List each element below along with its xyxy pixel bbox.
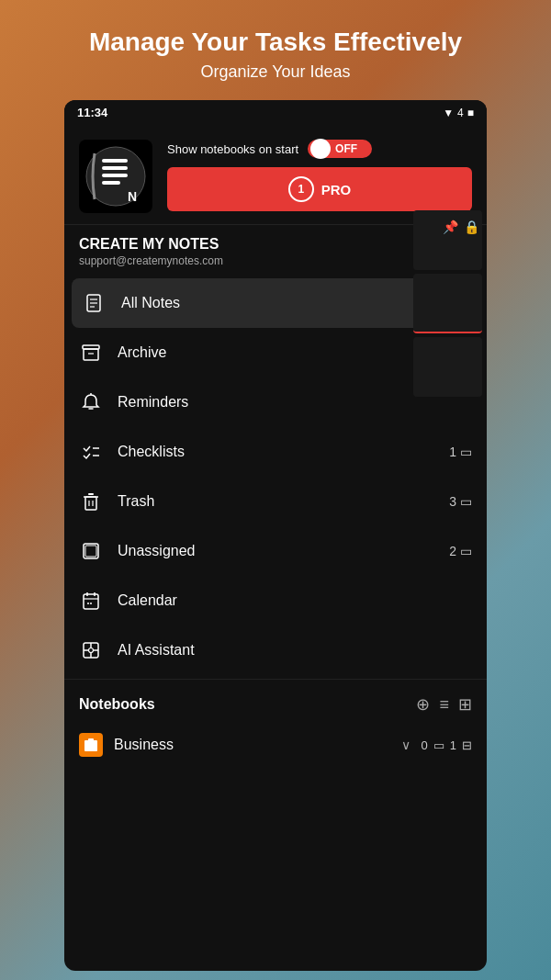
header-controls: Show notebooks on start OFF 1 PRO [167, 140, 472, 211]
lock-pin-row: 📌 🔒 [443, 220, 479, 234]
note-previews [413, 210, 487, 397]
note-preview-2 [413, 274, 482, 333]
notebooks-header: Notebooks ⊕ ≡ ⊞ [64, 683, 487, 722]
unassigned-label: Unassigned [118, 543, 434, 559]
business-chevron-icon: ∨ [401, 738, 410, 752]
svg-point-28 [87, 603, 89, 604]
svg-rect-23 [85, 546, 96, 557]
pro-label: PRO [321, 182, 352, 197]
phone-frame: 11:34 ▼ 4 ■ N Show [64, 100, 487, 971]
ai-assistant-icon [79, 638, 103, 662]
hero-title: Manage Your Tasks Effectively [89, 28, 462, 57]
nav-item-ai-assistant[interactable]: AI Assistant [64, 625, 487, 675]
checklists-label: Checklists [118, 444, 434, 460]
pro-upgrade-button[interactable]: 1 PRO [167, 167, 472, 211]
add-notebook-icon[interactable]: ⊕ [416, 694, 430, 715]
business-folder-icon: ⊟ [462, 738, 472, 752]
svg-point-29 [90, 603, 92, 604]
business-notebook-counts: 0 ▭ 1 ⊟ [422, 738, 472, 752]
svg-rect-3 [102, 174, 128, 177]
business-note-count: 0 [422, 738, 428, 752]
business-folder-count: 1 [450, 738, 456, 752]
calendar-icon [79, 589, 103, 613]
pro-badge: 1 [288, 176, 314, 202]
toggle-switch[interactable]: OFF [308, 140, 372, 158]
toggle-label: Show notebooks on start [167, 142, 298, 156]
unassigned-icon [79, 539, 103, 563]
checklists-count-icon: ▭ [460, 445, 472, 459]
nav-item-checklists[interactable]: Checklists 1 ▭ [64, 427, 487, 477]
unassigned-count: 2 ▭ [449, 544, 472, 558]
battery-icon: ■ [467, 107, 474, 119]
svg-rect-24 [84, 594, 98, 609]
checklists-count: 1 ▭ [449, 445, 472, 459]
calendar-label: Calendar [118, 592, 472, 609]
toggle-state: OFF [335, 142, 357, 155]
nav-item-calendar[interactable]: Calendar [64, 576, 487, 625]
svg-text:N: N [128, 189, 137, 204]
svg-rect-11 [84, 349, 98, 360]
nav-item-trash[interactable]: Trash 3 ▭ [64, 477, 487, 526]
svg-rect-37 [88, 738, 94, 742]
ai-assistant-label: AI Assistant [118, 642, 472, 659]
hero-subtitle: Organize Your Ideas [89, 62, 462, 82]
trash-label: Trash [118, 493, 434, 510]
status-time: 11:34 [77, 106, 107, 119]
svg-rect-1 [102, 159, 128, 163]
trash-count-icon: ▭ [460, 494, 472, 509]
hero-section: Manage Your Tasks Effectively Organize Y… [71, 0, 480, 100]
status-bar: 11:34 ▼ 4 ■ [64, 100, 487, 125]
lock-icon: 🔒 [464, 220, 479, 234]
expand-notebooks-icon[interactable]: ⊞ [458, 694, 472, 715]
signal-icon: 4 [457, 107, 464, 119]
business-notebook-icon [79, 733, 103, 757]
toggle-row: Show notebooks on start OFF [167, 140, 472, 158]
svg-rect-17 [85, 497, 96, 510]
reminders-icon [79, 390, 103, 414]
notebooks-actions: ⊕ ≡ ⊞ [416, 694, 472, 715]
wifi-icon: ▼ [443, 107, 454, 119]
svg-point-35 [89, 648, 94, 653]
note-preview-3 [413, 337, 482, 397]
trash-icon [79, 490, 103, 513]
nav-item-unassigned[interactable]: Unassigned 2 ▭ [64, 526, 487, 576]
pin-icon: 📌 [443, 220, 458, 234]
notebooks-title: Notebooks [79, 696, 155, 713]
svg-rect-4 [102, 181, 120, 185]
all-notes-icon [83, 291, 107, 315]
business-note-icon: ▭ [433, 738, 444, 752]
archive-icon [79, 341, 103, 365]
sort-notebooks-icon[interactable]: ≡ [439, 695, 449, 715]
status-icons: ▼ 4 ■ [443, 107, 474, 119]
svg-rect-2 [102, 166, 128, 170]
business-notebook-label: Business [114, 737, 390, 753]
trash-count: 3 ▭ [449, 494, 472, 509]
divider [64, 679, 487, 680]
checklists-icon [79, 440, 103, 464]
unassigned-count-icon: ▭ [460, 544, 472, 558]
logo-svg: N [84, 144, 148, 208]
app-logo: N [79, 140, 152, 213]
notebook-item-business[interactable]: Business ∨ 0 ▭ 1 ⊟ [64, 722, 487, 768]
